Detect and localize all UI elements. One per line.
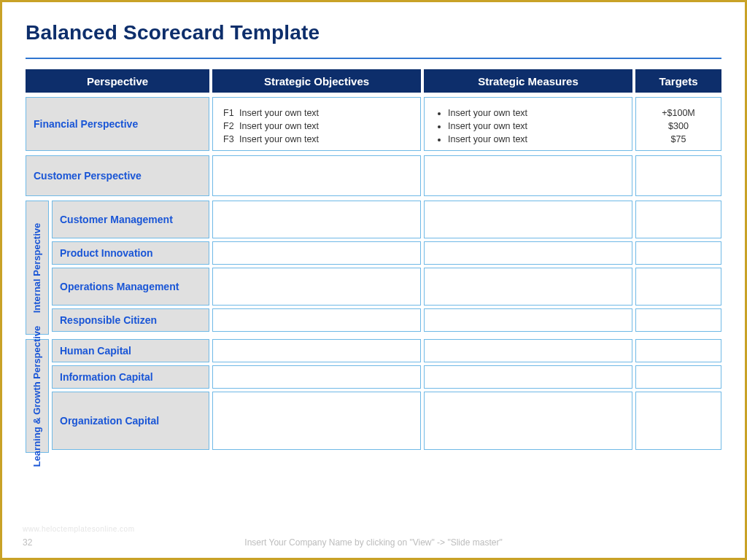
watermark-text: www.heloctemplatesonline.com (23, 525, 135, 533)
cell-measures (424, 241, 632, 265)
cell-targets (635, 201, 721, 238)
table-row: Human Capital (52, 339, 721, 362)
customer-measures (424, 155, 632, 196)
cell-objectives (212, 268, 421, 306)
label-customer-mgmt: Customer Management (52, 201, 209, 238)
col-header-objectives: Strategic Objectives (212, 69, 421, 93)
row-financial: Financial Perspective F1Insert your own … (26, 97, 721, 151)
cell-targets (635, 392, 721, 450)
cell-objectives (212, 241, 421, 265)
vertical-label-internal: Internal Perspective (26, 201, 49, 335)
obj-code: F2 (223, 120, 239, 133)
cell-targets (635, 268, 721, 306)
table-row: Organization Capital (52, 392, 721, 450)
label-information-capital: Information Capital (52, 365, 209, 389)
table-row: Operations Management (52, 268, 721, 306)
financial-objectives: F1Insert your own text F2Insert your own… (212, 97, 421, 151)
col-header-targets: Targets (635, 69, 721, 93)
cell-objectives (212, 201, 421, 238)
target-value: $300 (639, 120, 718, 133)
cell-targets (635, 365, 721, 389)
label-responsible-citizen: Responsible Citizen (52, 308, 209, 332)
group-learning: Learning & Growth Perspective Human Capi… (26, 339, 721, 453)
obj-text: Insert your own text (239, 134, 319, 144)
measure-item: Insert your own text (448, 120, 629, 133)
label-customer: Customer Perspective (26, 155, 209, 196)
cell-measures (424, 365, 632, 389)
row-customer: Customer Perspective (26, 155, 721, 196)
col-header-measures: Strategic Measures (424, 69, 632, 93)
cell-measures (424, 339, 632, 362)
cell-measures (424, 201, 632, 238)
cell-measures (424, 392, 632, 450)
table-header: Perspective Strategic Objectives Strateg… (26, 69, 721, 93)
target-value: $75 (639, 133, 718, 146)
customer-targets (635, 155, 721, 196)
col-header-perspective: Perspective (26, 69, 209, 93)
cell-targets (635, 339, 721, 362)
label-operations-mgmt: Operations Management (52, 268, 209, 306)
vertical-label-learning: Learning & Growth Perspective (26, 339, 49, 453)
label-organization-capital: Organization Capital (52, 392, 209, 450)
slide-frame: Balanced Scorecard Template Perspective … (0, 0, 747, 560)
cell-objectives (212, 365, 421, 389)
cell-targets (635, 308, 721, 332)
customer-objectives (212, 155, 421, 196)
table-row: Product Innovation (52, 241, 721, 265)
label-financial: Financial Perspective (26, 97, 209, 151)
obj-text: Insert your own text (239, 121, 319, 131)
page-title: Balanced Scorecard Template (26, 21, 721, 44)
measure-item: Insert your own text (448, 133, 629, 146)
table-row: Information Capital (52, 365, 721, 389)
cell-objectives (212, 308, 421, 332)
financial-measures: Insert your own text Insert your own tex… (424, 97, 632, 151)
group-internal: Internal Perspective Customer Management… (26, 201, 721, 335)
footer-hint: Insert Your Company Name by clicking on … (2, 537, 745, 548)
cell-targets (635, 241, 721, 265)
cell-objectives (212, 392, 421, 450)
table-row: Customer Management (52, 201, 721, 238)
obj-text: Insert your own text (239, 108, 319, 118)
obj-code: F3 (223, 133, 239, 146)
measure-item: Insert your own text (448, 106, 629, 120)
title-rule (26, 58, 721, 59)
label-product-innovation: Product Innovation (52, 241, 209, 265)
table-row: Responsible Citizen (52, 308, 721, 332)
obj-code: F1 (223, 106, 239, 120)
cell-objectives (212, 339, 421, 362)
financial-targets: +$100M $300 $75 (635, 97, 721, 151)
cell-measures (424, 308, 632, 332)
target-value: +$100M (639, 106, 718, 120)
cell-measures (424, 268, 632, 306)
label-human-capital: Human Capital (52, 339, 209, 362)
